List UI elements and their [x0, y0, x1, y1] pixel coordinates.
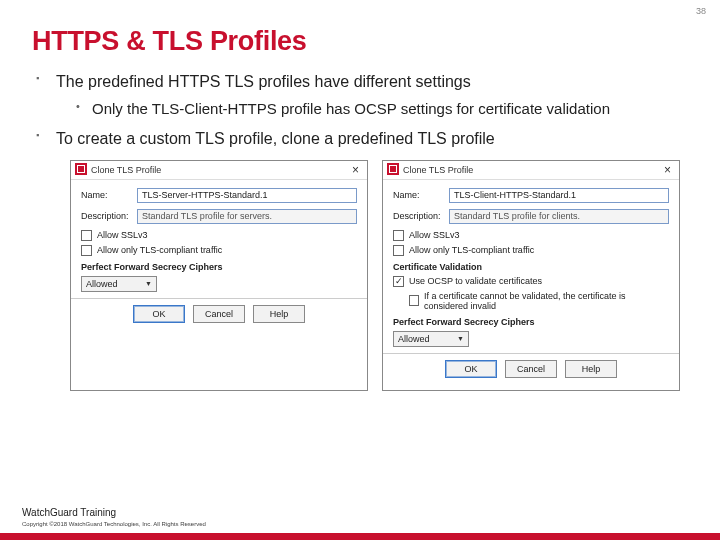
dialog-titlebar: Clone TLS Profile ×	[71, 161, 367, 180]
content-area: The predefined HTTPS TLS profiles have d…	[32, 71, 688, 391]
ok-button[interactable]: OK	[445, 360, 497, 378]
dialog-title: Clone TLS Profile	[91, 165, 161, 175]
name-label: Name:	[81, 190, 137, 200]
cancel-button[interactable]: Cancel	[505, 360, 557, 378]
watchguard-icon	[75, 163, 87, 177]
clone-tls-dialog-client: Clone TLS Profile × Name: Description: A…	[382, 160, 680, 391]
pfs-header: Perfect Forward Secrecy Ciphers	[81, 262, 357, 272]
pfs-select-value: Allowed	[86, 279, 118, 289]
cert-invalid-label: If a certificate cannot be validated, th…	[424, 291, 669, 311]
chevron-down-icon: ▼	[145, 280, 152, 287]
allow-tls-compliant-label: Allow only TLS-compliant traffic	[409, 245, 534, 255]
cert-validation-header: Certificate Validation	[393, 262, 669, 272]
help-button[interactable]: Help	[565, 360, 617, 378]
allow-sslv3-checkbox[interactable]	[81, 230, 92, 241]
page-number: 38	[696, 6, 706, 16]
help-button[interactable]: Help	[253, 305, 305, 323]
svg-rect-5	[390, 166, 396, 172]
use-ocsp-label: Use OCSP to validate certificates	[409, 276, 542, 286]
footer-brand: WatchGuard Training	[22, 507, 720, 518]
pfs-select[interactable]: Allowed ▼	[393, 331, 469, 347]
bullet-level1: To create a custom TLS profile, clone a …	[32, 128, 688, 150]
allow-sslv3-label: Allow SSLv3	[409, 230, 460, 240]
allow-sslv3-label: Allow SSLv3	[97, 230, 148, 240]
footer: WatchGuard Training Copyright ©2018 Watc…	[0, 507, 720, 540]
cancel-button[interactable]: Cancel	[193, 305, 245, 323]
clone-tls-dialog-server: Clone TLS Profile × Name: Description: A…	[70, 160, 368, 391]
allow-tls-compliant-checkbox[interactable]	[393, 245, 404, 256]
description-label: Description:	[393, 211, 449, 221]
footer-copyright: Copyright ©2018 WatchGuard Technologies,…	[22, 521, 720, 527]
ok-button[interactable]: OK	[133, 305, 185, 323]
description-field[interactable]	[449, 209, 669, 224]
allow-tls-compliant-checkbox[interactable]	[81, 245, 92, 256]
description-field[interactable]	[137, 209, 357, 224]
slide-title: HTTPS & TLS Profiles	[32, 26, 720, 57]
chevron-down-icon: ▼	[457, 335, 464, 342]
dialog-row: Clone TLS Profile × Name: Description: A…	[70, 160, 688, 391]
close-icon[interactable]: ×	[662, 164, 673, 176]
allow-sslv3-checkbox[interactable]	[393, 230, 404, 241]
allow-tls-compliant-label: Allow only TLS-compliant traffic	[97, 245, 222, 255]
dialog-titlebar: Clone TLS Profile ×	[383, 161, 679, 180]
name-field[interactable]	[137, 188, 357, 203]
svg-rect-2	[78, 166, 84, 172]
description-label: Description:	[81, 211, 137, 221]
name-label: Name:	[393, 190, 449, 200]
pfs-select[interactable]: Allowed ▼	[81, 276, 157, 292]
dialog-title: Clone TLS Profile	[403, 165, 473, 175]
bullet-level2: Only the TLS-Client-HTTPS profile has OC…	[32, 99, 688, 119]
name-field[interactable]	[449, 188, 669, 203]
cert-invalid-checkbox[interactable]	[409, 295, 419, 306]
footer-accent-bar	[0, 533, 720, 540]
pfs-header: Perfect Forward Secrecy Ciphers	[393, 317, 669, 327]
pfs-select-value: Allowed	[398, 334, 430, 344]
bullet-level1: The predefined HTTPS TLS profiles have d…	[32, 71, 688, 93]
watchguard-icon	[387, 163, 399, 177]
close-icon[interactable]: ×	[350, 164, 361, 176]
use-ocsp-checkbox[interactable]	[393, 276, 404, 287]
